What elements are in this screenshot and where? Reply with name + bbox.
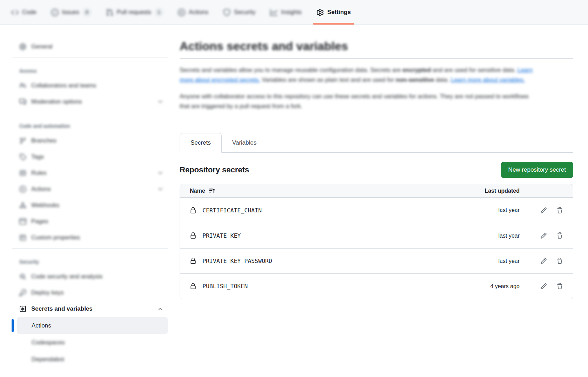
active-tab-underline: [313, 23, 354, 25]
trash-icon: [556, 258, 563, 264]
secret-last-updated: 4 years ago: [468, 283, 524, 290]
sidebar-divider: [12, 58, 168, 58]
sidebar-subitem-codespaces[interactable]: Codespaces: [17, 334, 168, 351]
edit-secret-button[interactable]: [540, 283, 547, 290]
sidebar-item-branches[interactable]: Branches: [12, 133, 168, 148]
tab-label: Actions: [189, 9, 208, 16]
sidebar-item-label: Tags: [31, 153, 44, 160]
table-row: CERTIFICATE_CHAIN last year: [180, 198, 573, 223]
sidebar-item-moderation-options[interactable]: Moderation options: [12, 94, 168, 110]
tab-secrets[interactable]: Secrets: [180, 133, 222, 153]
sidebar-item-rules[interactable]: Rules: [12, 165, 168, 181]
sidebar-item-webhooks[interactable]: Webhooks: [12, 198, 168, 213]
git-branch-icon: [19, 137, 26, 144]
chevron-down-icon: [157, 186, 163, 192]
edit-secret-button[interactable]: [540, 207, 547, 214]
table-row: PRIVATE_KEY_PASSWORD last year: [180, 248, 573, 273]
chevron-down-icon: [157, 99, 163, 105]
code-icon: [11, 9, 19, 16]
delete-secret-button[interactable]: [556, 283, 563, 290]
secret-name: PRIVATE_KEY_PASSWORD: [202, 258, 272, 264]
asterisk-box-icon: [19, 305, 26, 312]
trash-icon: [556, 207, 563, 214]
sidebar-item-tags[interactable]: Tags: [12, 149, 168, 165]
tab-code[interactable]: Code: [7, 0, 41, 25]
repo-nav: Code Issues 8 Pull requests 1 Actions Se…: [0, 0, 588, 25]
sidebar-item-label: Pages: [31, 218, 48, 225]
sidebar-subitem-actions[interactable]: Actions: [17, 317, 168, 334]
sidebar-item-pages[interactable]: Pages: [12, 214, 168, 229]
browser-icon: [19, 218, 26, 225]
intro-text: and are used for sensitive data.: [431, 67, 517, 73]
sidebar-item-deploy-keys[interactable]: Deploy keys: [12, 285, 168, 300]
learn-more-variables-link[interactable]: Learn more about variables.: [451, 77, 525, 83]
tab-label: Settings: [327, 9, 351, 16]
intro-text: data.: [434, 77, 450, 83]
graph-icon: [270, 9, 278, 16]
edit-secret-button[interactable]: [540, 232, 547, 239]
sidebar-item-label: Actions: [31, 186, 51, 193]
sidebar-item-label: Code security and analysis: [31, 273, 102, 280]
secret-name: PUBLISH_TOKEN: [202, 283, 248, 290]
sidebar-item-label: Rules: [31, 170, 46, 177]
title-divider: [180, 58, 573, 59]
secret-name: CERTIFICATE_CHAIN: [202, 207, 262, 214]
pull-requests-count-badge: 1: [155, 8, 163, 16]
key-icon: [19, 289, 26, 296]
sidebar-section-access: Access: [12, 61, 168, 78]
table-row: PUBLISH_TOKEN 4 years ago: [180, 273, 573, 299]
delete-secret-button[interactable]: [556, 207, 563, 214]
secrets-table: Name Last updated CERTIFICATE_CHAIN last…: [180, 184, 573, 299]
note-icon: [19, 234, 26, 241]
delete-secret-button[interactable]: [556, 258, 563, 264]
secret-last-updated: last year: [468, 233, 524, 239]
sidebar-divider: [12, 113, 168, 113]
sidebar-item-actions[interactable]: Actions: [12, 181, 168, 197]
secret-last-updated: last year: [468, 207, 524, 213]
tab-security[interactable]: Security: [219, 0, 260, 25]
delete-secret-button[interactable]: [556, 232, 563, 239]
pencil-icon: [540, 207, 547, 214]
tab-variables[interactable]: Variables: [222, 133, 267, 153]
intro-text: Variables are shown as plain text and ar…: [260, 77, 396, 83]
sidebar-divider: [12, 371, 168, 371]
sort-ascending-icon[interactable]: [209, 187, 215, 194]
lock-icon: [190, 258, 196, 264]
trash-icon: [556, 283, 563, 290]
intro-paragraph-1: Secrets and variables allow you to manag…: [180, 65, 534, 85]
shield-icon: [223, 9, 230, 16]
tab-actions[interactable]: Actions: [174, 0, 213, 25]
edit-secret-button[interactable]: [540, 258, 547, 264]
issues-count-badge: 8: [83, 8, 91, 16]
repository-secrets-title: Repository secrets: [180, 165, 249, 174]
webhook-icon: [19, 202, 26, 209]
people-icon: [19, 82, 26, 89]
sidebar-item-secrets-and-variables[interactable]: Secrets and variables: [12, 301, 168, 317]
tag-icon: [19, 153, 26, 160]
tab-settings[interactable]: Settings: [312, 0, 355, 25]
tab-issues[interactable]: Issues 8: [47, 0, 95, 25]
trash-icon: [556, 232, 563, 239]
new-repository-secret-button[interactable]: New repository secret: [501, 162, 573, 178]
tab-label: Pull requests: [117, 9, 151, 16]
tab-pull-requests[interactable]: Pull requests 1: [102, 0, 167, 25]
sidebar-item-collaborators[interactable]: Collaborators and teams: [12, 78, 168, 93]
secret-last-updated: last year: [468, 258, 524, 264]
intro-text: Secrets and variables allow you to manag…: [180, 67, 402, 73]
sidebar-item-label: Custom properties: [31, 234, 80, 241]
sidebar-item-label: Dependabot: [32, 356, 64, 363]
tab-label: Issues: [62, 9, 79, 16]
rules-icon: [19, 170, 26, 177]
table-header-row: Name Last updated: [180, 184, 573, 198]
comment-discussion-icon: [19, 98, 26, 105]
sidebar-item-label: Moderation options: [31, 98, 82, 105]
sidebar-item-general[interactable]: General: [12, 39, 168, 54]
sidebar-item-label: Codespaces: [32, 339, 65, 346]
sidebar-item-label: General: [31, 43, 52, 50]
column-header-last-updated: Last updated: [468, 188, 524, 194]
sidebar-item-custom-properties[interactable]: Custom properties: [12, 230, 168, 245]
sidebar-subitem-dependabot[interactable]: Dependabot: [17, 351, 168, 368]
sidebar-item-code-security[interactable]: Code security and analysis: [12, 269, 168, 284]
issue-opened-icon: [51, 9, 59, 16]
tab-insights[interactable]: Insights: [266, 0, 306, 25]
